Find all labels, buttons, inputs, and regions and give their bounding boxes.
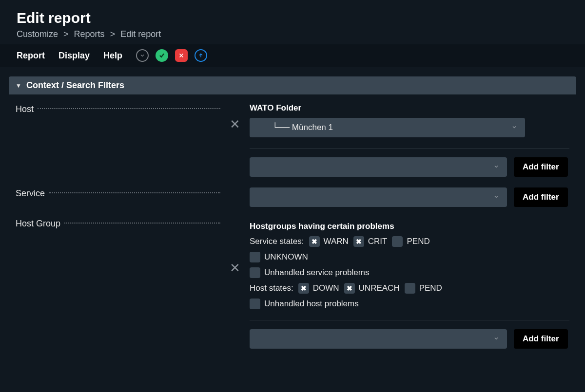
checkbox-label: Unhandled service problems xyxy=(264,268,369,278)
page-title: Edit report xyxy=(17,10,568,26)
chevron-down-icon xyxy=(493,334,499,344)
checkbox-label: UNKNOWN xyxy=(264,252,308,262)
section-toggle[interactable]: ▼ Context / Search Filters xyxy=(9,76,576,94)
wato-folder-value: └── München 1 xyxy=(257,123,333,132)
divider xyxy=(250,320,569,320)
checkbox-label: PEND xyxy=(419,283,442,293)
service-states-label: Service states: xyxy=(250,237,304,246)
divider xyxy=(250,148,569,149)
add-filter-button[interactable]: Add filter xyxy=(514,187,568,207)
breadcrumb-sep: > xyxy=(110,29,116,39)
cancel-icon[interactable] xyxy=(175,49,188,62)
add-filter-button[interactable]: Add filter xyxy=(514,329,568,349)
save-ok-icon[interactable] xyxy=(156,49,168,62)
dotted-fill xyxy=(64,223,220,224)
breadcrumb-item[interactable]: Reports xyxy=(74,29,105,39)
hostgroup-problems-title: Hostgroups having certain problems xyxy=(250,222,569,231)
hostgroup-filter-select[interactable] xyxy=(250,329,507,349)
menu-display[interactable]: Display xyxy=(58,51,90,61)
service-label: Service xyxy=(16,188,49,199)
arrow-up-icon[interactable] xyxy=(195,49,207,62)
host-label: Host xyxy=(16,104,38,114)
menu-bar: Report Display Help xyxy=(0,44,585,67)
breadcrumb-sep: > xyxy=(63,29,69,39)
caret-down-icon: ▼ xyxy=(16,82,21,89)
breadcrumb-item[interactable]: Customize xyxy=(17,29,58,39)
host-states-label: Host states: xyxy=(250,283,293,293)
hostgroup-label: Host Group xyxy=(16,219,64,229)
checkbox-warn[interactable] xyxy=(309,236,320,247)
add-filter-button[interactable]: Add filter xyxy=(514,157,568,177)
checkbox-down[interactable] xyxy=(298,283,309,294)
wato-folder-label: WATO Folder xyxy=(250,103,569,113)
dotted-fill xyxy=(38,108,220,109)
checkbox-label: DOWN xyxy=(313,283,339,293)
checkbox-unknown[interactable] xyxy=(250,252,260,262)
menu-help[interactable]: Help xyxy=(103,51,122,61)
checkbox-unreach[interactable] xyxy=(344,283,355,294)
checkbox-unhandled-svc[interactable] xyxy=(250,267,260,278)
checkbox-label: PEND xyxy=(407,237,429,246)
chevron-down-icon xyxy=(493,192,499,202)
chevron-down-icon xyxy=(511,123,517,132)
checkbox-label: Unhandled host problems xyxy=(264,299,359,309)
section-title: Context / Search Filters xyxy=(26,80,124,91)
checkbox-pend-svc[interactable] xyxy=(392,236,403,247)
checkbox-label: CRIT xyxy=(368,237,388,246)
host-filter-select[interactable] xyxy=(250,157,507,177)
checkbox-label: WARN xyxy=(324,237,349,246)
service-filter-select[interactable] xyxy=(250,187,507,207)
breadcrumb: Customize > Reports > Edit report xyxy=(17,29,568,39)
breadcrumb-item: Edit report xyxy=(120,29,161,39)
wato-folder-select[interactable]: └── München 1 xyxy=(250,118,525,137)
chevron-down-icon xyxy=(493,162,499,172)
remove-filter-icon[interactable]: ✕ xyxy=(230,118,240,131)
checkbox-pend-host[interactable] xyxy=(405,283,415,294)
checkbox-unhandled-host[interactable] xyxy=(250,299,260,309)
checkbox-label: UNREACH xyxy=(359,283,400,293)
dotted-fill xyxy=(49,192,220,193)
checkbox-crit[interactable] xyxy=(353,236,364,247)
menu-report[interactable]: Report xyxy=(17,51,45,61)
remove-filter-icon[interactable]: ✕ xyxy=(230,261,240,274)
chevron-down-icon[interactable] xyxy=(136,49,149,62)
